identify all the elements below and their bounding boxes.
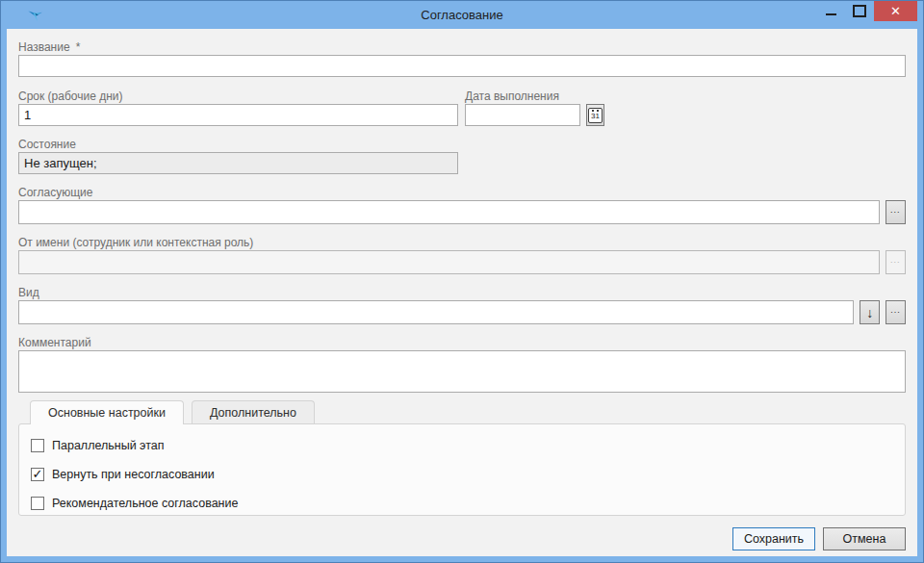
tab-main-settings[interactable]: Основные настройки (30, 400, 184, 424)
name-input[interactable] (18, 55, 906, 77)
ellipsis-icon: ... (890, 306, 901, 315)
tab-additional[interactable]: Дополнительно (192, 400, 315, 423)
advisory-approval-label: Рекомендательное согласование (52, 497, 238, 510)
kind-browse-button[interactable]: ... (886, 300, 906, 324)
tab-strip: Основные настройки Дополнительно (30, 400, 906, 423)
parallel-stage-label: Параллельный этап (52, 439, 165, 452)
on-behalf-browse-button: ... (886, 250, 906, 274)
footer-buttons: Сохранить Отмена (18, 527, 906, 550)
ellipsis-icon: ... (890, 256, 901, 265)
maximize-button[interactable] (845, 0, 874, 21)
state-field-group: Состояние (18, 138, 906, 174)
term-date-row: Срок (рабочие дни) Дата выполнения 31 (18, 90, 906, 126)
name-field-group: Название* (18, 40, 906, 77)
main-settings-panel: Параллельный этап ✓ Вернуть при несоглас… (18, 423, 906, 516)
option-advisory-approval: Рекомендательное согласование (31, 496, 893, 511)
dialog-body: Название* Срок (рабочие дни) Дата выполн… (7, 29, 917, 556)
comment-field-group: Комментарий (18, 336, 906, 393)
kind-field-group: Вид ↓ ... (18, 286, 906, 324)
window-controls: ✕ (816, 0, 917, 23)
window-title: Согласование (7, 8, 917, 22)
return-on-rejection-checkbox[interactable]: ✓ (31, 468, 44, 481)
bird-logo-icon (26, 7, 45, 24)
duration-label: Срок (рабочие дни) (18, 90, 458, 103)
due-date-field-group: Дата выполнения 31 (465, 90, 604, 126)
maximize-icon (853, 5, 866, 17)
calendar-icon: 31 (588, 108, 603, 123)
required-marker: * (76, 40, 81, 54)
duration-input[interactable] (18, 104, 458, 126)
on-behalf-field-group: От имени (сотрудник или контекстная роль… (18, 236, 906, 274)
cancel-button[interactable]: Отмена (823, 527, 906, 550)
save-button[interactable]: Сохранить (732, 527, 815, 550)
kind-dropdown-button[interactable]: ↓ (860, 300, 880, 324)
approvers-label: Согласующие (18, 186, 906, 199)
approvers-field-group: Согласующие ... (18, 186, 906, 224)
approvers-input[interactable] (18, 200, 880, 224)
duration-field-group: Срок (рабочие дни) (18, 90, 458, 126)
titlebar: Согласование ✕ (7, 1, 917, 29)
name-label: Название* (18, 40, 906, 54)
minimize-icon (826, 13, 836, 15)
on-behalf-input (18, 250, 880, 274)
advisory-approval-checkbox[interactable] (31, 497, 44, 510)
option-return-on-rejection: ✓ Вернуть при несогласовании (31, 467, 893, 482)
on-behalf-label: От имени (сотрудник или контекстная роль… (18, 236, 906, 249)
date-picker-button[interactable]: 31 (586, 104, 604, 126)
approvers-browse-button[interactable]: ... (886, 200, 906, 224)
dialog-window: Согласование ✕ Название* Срок (рабочие д… (0, 0, 924, 563)
close-icon: ✕ (890, 4, 901, 18)
ellipsis-icon: ... (890, 206, 901, 215)
return-on-rejection-label: Вернуть при несогласовании (52, 468, 215, 481)
comment-input[interactable] (18, 350, 906, 393)
arrow-down-icon: ↓ (866, 306, 873, 320)
close-button[interactable]: ✕ (874, 0, 917, 21)
kind-label: Вид (18, 286, 906, 299)
checkmark-icon: ✓ (33, 468, 43, 480)
state-label: Состояние (18, 138, 906, 151)
state-input (18, 152, 458, 174)
comment-label: Комментарий (18, 336, 906, 349)
option-parallel-stage: Параллельный этап (31, 438, 893, 453)
due-date-input[interactable] (465, 104, 580, 126)
kind-input[interactable] (18, 300, 854, 324)
due-date-label: Дата выполнения (465, 90, 604, 103)
minimize-button[interactable] (816, 0, 845, 21)
parallel-stage-checkbox[interactable] (31, 439, 44, 452)
